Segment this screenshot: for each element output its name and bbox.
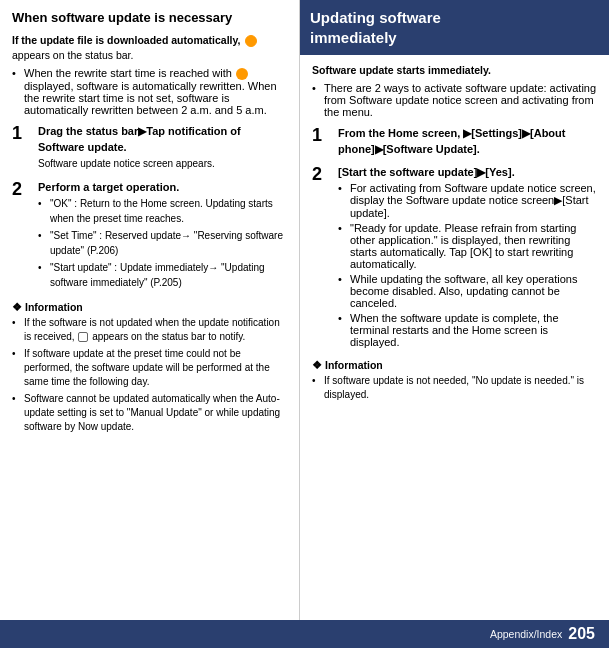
right-header: Updating software immediately xyxy=(300,0,609,55)
right-step-1: 1 From the Home screen, ▶[Settings]▶[Abo… xyxy=(312,126,597,157)
right-step-2-content: [Start the software update]▶[Yes]. • For… xyxy=(338,165,597,351)
left-info-2-text: If software update at the preset time co… xyxy=(24,347,287,389)
right-step-2-title: [Start the software update]▶[Yes]. xyxy=(338,165,597,180)
right-s2-b4: When the software update is complete, th… xyxy=(350,312,597,348)
right-step-2-subs: • For activating from Software update no… xyxy=(338,182,597,348)
right-step-1-num: 1 xyxy=(312,126,332,146)
left-info-2: • If software update at the preset time … xyxy=(12,347,287,389)
left-s2-b2: "Set Time" : Reserved update→ "Reserving… xyxy=(50,229,287,258)
right-header-line1: Updating software xyxy=(310,9,441,26)
footer: Appendix/Index 205 xyxy=(0,620,609,648)
right-column: Updating software immediately Software u… xyxy=(300,0,609,620)
page-container: When software update is necessary If the… xyxy=(0,0,609,648)
right-header-line2: immediately xyxy=(310,29,397,46)
right-step-1-title: From the Home screen, ▶[Settings]▶[About… xyxy=(338,126,597,157)
left-intro: If the update file is downloaded automat… xyxy=(12,33,287,63)
left-heading: When software update is necessary xyxy=(12,10,287,27)
left-step-1: 1 Drag the status bar▶Tap notification o… xyxy=(12,124,287,171)
right-intro: Software update starts immediately. xyxy=(312,63,597,78)
left-info-1: • If the software is not updated when th… xyxy=(12,316,287,344)
intro-bold: If the update file is downloaded automat… xyxy=(12,34,241,46)
left-info-header: Information xyxy=(12,301,287,313)
right-info-1: • If software update is not needed, "No … xyxy=(312,374,597,402)
right-info-section: Information • If software update is not … xyxy=(312,359,597,402)
content-area: When software update is necessary If the… xyxy=(0,0,609,620)
right-step-1-content: From the Home screen, ▶[Settings]▶[About… xyxy=(338,126,597,157)
right-bullet-1-text: There are 2 ways to activate software up… xyxy=(324,82,597,118)
left-column: When software update is necessary If the… xyxy=(0,0,300,620)
left-step-2-sub-1: • "OK" : Return to the Home screen. Upda… xyxy=(38,197,287,290)
circle-icon xyxy=(245,35,257,47)
left-bullet-1: • When the rewrite start time is reached… xyxy=(12,67,287,116)
right-info-header: Information xyxy=(312,359,597,371)
left-s2-b3: "Start update" : Update immediately→ "Up… xyxy=(50,261,287,290)
bullet-dot: • xyxy=(12,67,22,79)
left-step-2: 2 Perform a target operation. • "OK" : R… xyxy=(12,180,287,293)
left-step-1-sub: Software update notice screen appears. xyxy=(38,157,287,172)
right-step-2-num: 2 xyxy=(312,165,332,185)
left-step-1-title: Drag the status bar▶Tap notification of … xyxy=(38,124,287,155)
intro-rest: appears on the status bar. xyxy=(12,49,133,61)
left-step-2-content: Perform a target operation. • "OK" : Ret… xyxy=(38,180,287,293)
footer-page: 205 xyxy=(568,625,595,643)
left-step-1-content: Drag the status bar▶Tap notification of … xyxy=(38,124,287,171)
right-s2-b2: "Ready for update. Please refrain from s… xyxy=(350,222,597,270)
right-step-2: 2 [Start the software update]▶[Yes]. • F… xyxy=(312,165,597,351)
left-step-1-num: 1 xyxy=(12,124,32,144)
left-info-3-text: Software cannot be updated automatically… xyxy=(24,392,287,434)
left-info-1-text: If the software is not updated when the … xyxy=(24,316,287,344)
left-info-section: Information • If the software is not upd… xyxy=(12,301,287,434)
left-bullet-1-text: When the rewrite start time is reached w… xyxy=(24,67,287,116)
left-step-2-title: Perform a target operation. xyxy=(38,180,287,195)
right-bullet-1: • There are 2 ways to activate software … xyxy=(312,82,597,118)
left-s2-b1: "OK" : Return to the Home screen. Updati… xyxy=(50,197,287,226)
footer-label: Appendix/Index xyxy=(490,628,562,640)
right-s2-b1: For activating from Software update noti… xyxy=(350,182,597,219)
right-info-1-text: If software update is not needed, "No up… xyxy=(324,374,597,402)
right-s2-b3: While updating the software, all key ope… xyxy=(350,273,597,309)
left-info-3: • Software cannot be updated automatical… xyxy=(12,392,287,434)
left-step-2-num: 2 xyxy=(12,180,32,200)
